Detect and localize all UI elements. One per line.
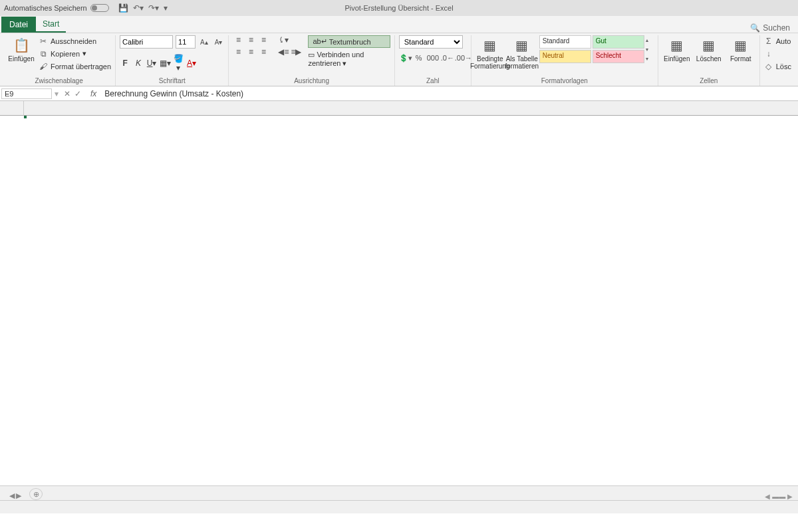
indent-inc-button[interactable]: ≡▶ xyxy=(291,47,301,57)
style-gallery-more[interactable]: ▴▾▾ xyxy=(646,35,654,63)
cond-label: Bedingte Formatierung xyxy=(470,55,509,70)
sigma-icon: Σ xyxy=(764,37,773,46)
percent-button[interactable]: % xyxy=(413,54,425,63)
font-name-combo[interactable] xyxy=(120,35,173,49)
wrap-icon: ab↵ xyxy=(313,37,327,46)
cells-group-label: Zellen xyxy=(662,76,755,86)
accounting-button[interactable]: 💲▾ xyxy=(399,54,411,63)
delete-label: Löschen xyxy=(696,55,722,63)
format-as-table-button[interactable]: ▦Als Tabelle formatieren xyxy=(507,35,537,70)
brush-icon: 🖌 xyxy=(39,62,48,71)
table-label: Als Tabelle formatieren xyxy=(505,55,539,70)
undo-icon[interactable]: ↶▾ xyxy=(133,3,144,13)
merge-center-button[interactable]: ▭ Verbinden und zentrieren ▾ xyxy=(308,51,390,68)
fill-icon: ↓ xyxy=(764,49,773,59)
dec-decimal-button[interactable]: .00→ xyxy=(455,54,467,63)
paste-icon: 📋 xyxy=(13,37,30,54)
underline-button[interactable]: U▾ xyxy=(146,59,157,68)
inc-decimal-button[interactable]: .0← xyxy=(441,54,453,63)
group-styles: ▦Bedingte Formatierung ▦Als Tabelle form… xyxy=(471,35,658,86)
autosave-toggle[interactable]: Automatisches Speichern xyxy=(4,4,109,12)
autosum-button[interactable]: ΣAuto xyxy=(764,35,791,47)
search-label: Suchen xyxy=(763,23,790,33)
clear-button[interactable]: ◇Lösc xyxy=(764,61,791,72)
name-box-dropdown[interactable]: ▾ xyxy=(53,89,59,98)
group-cells: ▦Einfügen ▦Löschen ▦Format Zellen xyxy=(658,35,760,86)
tab-file[interactable]: Datei xyxy=(1,17,36,33)
save-icon[interactable]: 💾 xyxy=(118,3,128,13)
format-cells-button[interactable]: ▦Format xyxy=(726,35,755,63)
fill-button[interactable]: ↓ xyxy=(764,48,791,59)
style-neutral[interactable]: Neutral xyxy=(539,50,591,63)
active-cell-outline xyxy=(24,116,27,118)
qat-customize-icon[interactable]: ▾ xyxy=(164,3,168,13)
merge-label: Verbinden und zentrieren xyxy=(308,51,364,67)
indent-dec-button[interactable]: ◀≡ xyxy=(278,47,289,57)
insert-label: Einfügen xyxy=(664,55,690,63)
cond-format-icon: ▦ xyxy=(483,37,496,54)
delete-cells-button[interactable]: ▦Löschen xyxy=(694,35,724,63)
conditional-formatting-button[interactable]: ▦Bedingte Formatierung xyxy=(475,35,505,70)
tab-start[interactable]: Start xyxy=(36,16,66,33)
fill-color-button[interactable]: 🪣▾ xyxy=(173,54,184,72)
decrease-font-button[interactable]: A▾ xyxy=(213,37,225,47)
formula-bar: ▾ ✕ ✓ fx Berechnung Gewinn (Umsatz - Kos… xyxy=(0,86,798,101)
formula-input[interactable]: Berechnung Gewinn (Umsatz - Kosten) xyxy=(100,88,798,99)
column-headers[interactable] xyxy=(24,101,798,116)
align-top-button[interactable]: ≡ xyxy=(233,35,243,45)
cells-area[interactable] xyxy=(24,116,798,485)
align-bottom-button[interactable]: ≡ xyxy=(258,35,269,45)
paste-button[interactable]: 📋Einfügen xyxy=(7,35,36,63)
document-title: Pivot-Erstellung Übersicht - Excel xyxy=(344,4,453,12)
style-schlecht[interactable]: Schlecht xyxy=(593,50,644,63)
style-standard[interactable]: Standard xyxy=(539,35,591,49)
worksheet-grid[interactable] xyxy=(0,101,798,485)
comma-button[interactable]: 000 xyxy=(427,54,439,63)
format-painter-button[interactable]: 🖌Format übertragen xyxy=(39,61,111,72)
align-right-button[interactable]: ≡ xyxy=(258,47,269,57)
group-clipboard: 📋Einfügen ✂Ausschneiden ⧉Kopieren▾ 🖌Form… xyxy=(3,35,116,86)
redo-icon[interactable]: ↷▾ xyxy=(148,3,159,13)
sheet-scroll[interactable]: ◀ ▬▬ ▶ xyxy=(765,493,798,500)
orientation-button[interactable]: ⤹▾ xyxy=(278,35,289,45)
font-size-combo[interactable] xyxy=(176,35,196,49)
bold-button[interactable]: F xyxy=(120,59,130,68)
group-number: Standard 💲▾ % 000 .0← .00→ Zahl xyxy=(395,35,471,86)
align-middle-button[interactable]: ≡ xyxy=(245,35,256,45)
style-gut[interactable]: Gut xyxy=(593,35,644,49)
sheet-nav-arrows[interactable]: ◀▶ xyxy=(5,491,25,500)
cancel-formula-icon[interactable]: ✕ xyxy=(64,89,70,98)
new-sheet-button[interactable]: ⊕ xyxy=(29,488,43,500)
fx-icon[interactable]: fx xyxy=(86,89,100,98)
enter-formula-icon[interactable]: ✓ xyxy=(74,89,81,98)
number-group-label: Zahl xyxy=(399,76,467,86)
ribbon-search[interactable]: 🔍 Suchen xyxy=(750,23,798,33)
format-label: Format xyxy=(730,55,751,63)
select-all-triangle[interactable] xyxy=(0,101,24,116)
align-left-button[interactable]: ≡ xyxy=(233,47,243,57)
paste-label: Einfügen xyxy=(8,55,34,63)
wrap-label: Textumbruch xyxy=(329,38,371,46)
font-color-button[interactable]: A▾ xyxy=(186,59,197,68)
border-button[interactable]: ▦▾ xyxy=(160,59,170,68)
copy-button[interactable]: ⧉Kopieren▾ xyxy=(39,48,111,59)
styles-group-label: Formatvorlagen xyxy=(475,76,654,86)
wrap-text-button[interactable]: ab↵Textumbruch xyxy=(308,35,390,48)
cut-icon: ✂ xyxy=(39,37,48,46)
editing-group-label xyxy=(764,76,791,86)
number-format-combo[interactable]: Standard xyxy=(399,35,463,49)
name-box[interactable] xyxy=(1,88,52,99)
cut-button[interactable]: ✂Ausschneiden xyxy=(39,35,111,47)
clear-label: Lösc xyxy=(776,63,791,70)
delete-icon: ▦ xyxy=(702,37,715,54)
copy-icon: ⧉ xyxy=(39,49,48,59)
quick-access-toolbar: 💾 ↶▾ ↷▾ ▾ xyxy=(118,3,168,13)
cell-styles-gallery[interactable]: Standard Gut Neutral Schlecht xyxy=(539,35,644,63)
align-center-button[interactable]: ≡ xyxy=(245,47,256,57)
format-icon: ▦ xyxy=(734,37,747,54)
increase-font-button[interactable]: A▴ xyxy=(198,37,210,47)
italic-button[interactable]: K xyxy=(133,59,144,68)
group-alignment: ≡≡≡⤹▾ ≡≡≡◀≡≡▶ ab↵Textumbruch ▭ Verbinden… xyxy=(229,35,394,86)
insert-cells-button[interactable]: ▦Einfügen xyxy=(662,35,692,63)
autosave-label: Automatisches Speichern xyxy=(4,4,87,12)
